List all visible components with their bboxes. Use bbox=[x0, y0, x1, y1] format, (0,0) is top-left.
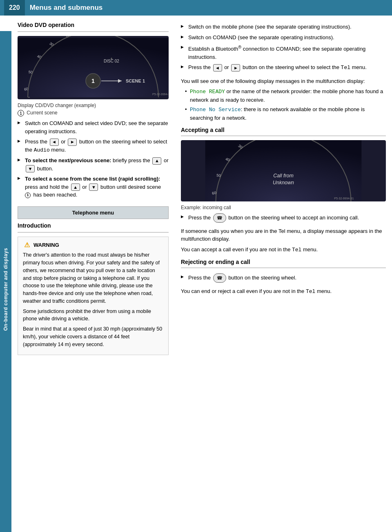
right-column: Switch on the mobile phone (see the sepa… bbox=[175, 22, 392, 526]
introduction-title: Introduction bbox=[18, 222, 169, 229]
svg-text:SCENE 1: SCENE 1 bbox=[126, 78, 145, 83]
up-btn-2: ▲ bbox=[71, 183, 80, 191]
warning-para-1: The driver's attention to the road must … bbox=[23, 251, 163, 305]
phone-bullet-2: Switch on COMAND (see the separate opera… bbox=[181, 32, 386, 43]
reject-call-btn: ☎ bbox=[213, 273, 226, 283]
svg-rect-23 bbox=[205, 140, 362, 201]
accept-call-btn: ☎ bbox=[213, 213, 226, 223]
circle-icon: 1 bbox=[18, 110, 24, 116]
divider-3 bbox=[181, 136, 386, 136]
accepting-call-title: Accepting a call bbox=[181, 127, 386, 133]
divider-4 bbox=[181, 268, 386, 268]
page-number: 220 bbox=[4, 0, 25, 16]
left-btn-r: ◄ bbox=[213, 64, 222, 72]
right-btn-r: ► bbox=[231, 64, 240, 72]
warning-title: ⚠ WARNING bbox=[23, 241, 163, 249]
warning-para-2: Some jurisdictions prohibit the driver f… bbox=[23, 308, 163, 323]
phone-setup-list: Switch on the mobile phone (see the sepa… bbox=[181, 22, 386, 73]
svg-text:Call from: Call from bbox=[273, 173, 294, 179]
side-tab-label: On-board computer and displays bbox=[3, 248, 9, 331]
telephone-menu-box: Telephone menu bbox=[18, 206, 169, 219]
dvd-bullet-4: To select a scene from the scene list (r… bbox=[18, 174, 169, 200]
page-header: 220 Menus and submenus bbox=[0, 0, 392, 16]
status-noservice-text: Phone No Service bbox=[190, 107, 241, 113]
tel-menu-inline: Tel bbox=[341, 65, 350, 71]
right-arrow-btn: ► bbox=[68, 139, 77, 146]
dvd-bullet-1: Switch on COMAND and select video DVD; s… bbox=[18, 118, 169, 136]
svg-text:placeholder: placeholder bbox=[93, 80, 96, 81]
phone-bullet-1: Switch on the mobile phone (see the sepa… bbox=[181, 22, 386, 32]
down-btn: ▼ bbox=[26, 165, 35, 172]
svg-text:50: 50 bbox=[216, 173, 221, 178]
svg-text:▲: ▲ bbox=[110, 56, 113, 60]
main-content: Video DVD operation bbox=[11, 16, 392, 532]
dvd-caption: Display CD/DVD changer (example) bbox=[18, 103, 169, 108]
svg-text:P5‑32‑9994‑31: P5‑32‑9994‑31 bbox=[334, 197, 354, 200]
dvd-bullet-2: Press the ◄ or ► button on the steering … bbox=[18, 136, 169, 155]
audio-menu-text: Audio bbox=[34, 147, 50, 153]
phone-bullet-3: Establish a Bluetooth® connection to COM… bbox=[181, 42, 386, 62]
status-noservice-line: Phone No Service: there is no network av… bbox=[185, 105, 386, 122]
reject-call-list: Press the ☎ button on the steering wheel… bbox=[181, 272, 386, 284]
video-dvd-title: Video DVD operation bbox=[18, 22, 169, 28]
warning-box: ⚠ WARNING The driver's attention to the … bbox=[18, 237, 169, 355]
incoming-call-caption: Example: incoming call bbox=[181, 205, 386, 210]
display-messages-intro: You will see one of the following displa… bbox=[181, 77, 386, 85]
speedometer-right: 20 30 40 50 60 70 80 90 100 110 120 130 … bbox=[181, 140, 386, 201]
page-title: Menus and submenus bbox=[30, 4, 103, 12]
accept-para-1: If someone calls you when you are in the… bbox=[181, 227, 386, 243]
phone-bullet-4: Press the ◄ or ► button on the steering … bbox=[181, 62, 386, 73]
dvd-caption-circle: 1 Current scene bbox=[18, 110, 169, 116]
dvd-bullet-list: Switch on COMAND and select video DVD; s… bbox=[18, 118, 169, 200]
up-btn: ▲ bbox=[152, 157, 161, 165]
left-arrow-btn: ◄ bbox=[50, 139, 59, 146]
rejecting-call-title: Rejecting or ending a call bbox=[181, 259, 386, 265]
side-tab: On-board computer and displays bbox=[0, 31, 11, 532]
svg-text:Unknown: Unknown bbox=[273, 180, 294, 186]
svg-text:P5‑32‑9994‑31: P5‑32‑9994‑31 bbox=[152, 93, 169, 96]
divider-1 bbox=[18, 31, 169, 32]
svg-text:60: 60 bbox=[212, 191, 216, 196]
divider-2 bbox=[18, 232, 169, 232]
left-column: Video DVD operation bbox=[11, 22, 175, 526]
svg-text:1: 1 bbox=[91, 78, 95, 84]
warning-para-3: Bear in mind that at a speed of just 30 … bbox=[23, 325, 163, 348]
reject-para: You can end or reject a call even if you… bbox=[181, 287, 386, 296]
reject-bullet-1: Press the ☎ button on the steering wheel… bbox=[181, 272, 386, 284]
status-ready-line: Phone READY or the name of the network p… bbox=[185, 87, 386, 104]
accept-bullet-1: Press the ☎ button on the steering wheel… bbox=[181, 212, 386, 224]
speedometer-left: 20 30 40 50 60 70 80 90 100 110 120 130 bbox=[18, 36, 169, 99]
scene-circle: 1 bbox=[25, 192, 31, 198]
accept-para-2: You can accept a call even if you are no… bbox=[181, 246, 386, 254]
warning-triangle-icon: ⚠ bbox=[23, 241, 31, 249]
dvd-bullet-3: To select the next/previous scene: brief… bbox=[18, 155, 169, 174]
accept-call-list: Press the ☎ button on the steering wheel… bbox=[181, 212, 386, 224]
status-ready-text: Phone READY bbox=[190, 89, 225, 95]
video-dvd-section: Video DVD operation bbox=[18, 22, 169, 200]
down-btn-2: ▼ bbox=[89, 183, 98, 191]
